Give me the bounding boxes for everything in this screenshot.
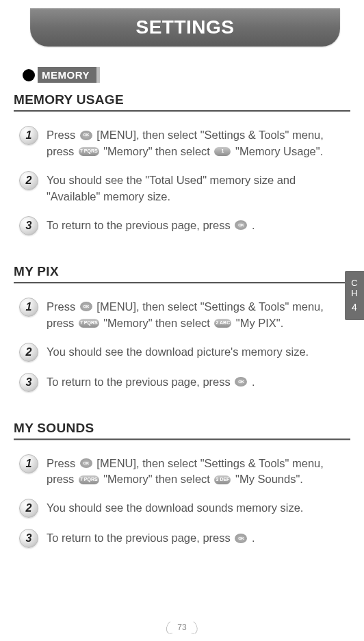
step-number-badge: 3 bbox=[19, 529, 38, 548]
step-text: Press OK [MENU], then select "Settings &… bbox=[47, 299, 348, 332]
step-number-badge: 1 bbox=[19, 298, 38, 317]
step: 2You should see the download picture's m… bbox=[16, 344, 348, 362]
section-block: MEMORY USAGE1Press OK [MENU], then selec… bbox=[14, 92, 350, 235]
step-number-badge: 2 bbox=[19, 499, 38, 518]
step-text: Press OK [MENU], then select "Settings &… bbox=[47, 127, 348, 160]
ok-icon: OK bbox=[80, 458, 92, 468]
ok-icon: OK bbox=[80, 131, 92, 140]
chapter-tab: CH 4 bbox=[345, 271, 364, 320]
underline bbox=[14, 439, 350, 441]
step-text: You should see the "Total Used" memory s… bbox=[47, 172, 348, 205]
step-number-badge: 1 bbox=[19, 454, 38, 473]
step-text: You should see the download sounds memor… bbox=[47, 500, 348, 518]
step-text: To return to the previous page, press OK… bbox=[47, 218, 348, 235]
section-label-row: MEMORY bbox=[23, 67, 364, 83]
step: 2You should see the download sounds memo… bbox=[16, 500, 348, 518]
step: 3To return to the previous page, press O… bbox=[16, 218, 348, 235]
subheading: MY PIX bbox=[14, 264, 350, 279]
step: 1Press OK [MENU], then select "Settings … bbox=[16, 299, 348, 332]
step: 1Press OK [MENU], then select "Settings … bbox=[16, 127, 348, 160]
step-text: To return to the previous page, press OK… bbox=[47, 530, 348, 548]
section-label: MEMORY bbox=[38, 67, 100, 83]
title-bar: SETTINGS bbox=[30, 8, 340, 47]
page-arc-right-icon bbox=[186, 619, 200, 636]
step: 1Press OK [MENU], then select "Settings … bbox=[16, 456, 348, 488]
section-block: MY PIX1Press OK [MENU], then select "Set… bbox=[14, 264, 350, 392]
step-text: You should see the download picture's me… bbox=[47, 344, 348, 362]
section-block: MY SOUNDS1Press OK [MENU], then select "… bbox=[14, 421, 350, 549]
key7-icon: 7 PQRS bbox=[79, 319, 99, 328]
chapter-letters: CH bbox=[351, 278, 357, 299]
step: 3To return to the previous page, press O… bbox=[16, 374, 348, 392]
bullet-icon bbox=[23, 69, 35, 81]
step-number-badge: 3 bbox=[19, 373, 38, 392]
page-arc-left-icon bbox=[164, 619, 178, 636]
chapter-number: 4 bbox=[352, 302, 357, 313]
key7-icon: 7 PQRS bbox=[79, 147, 99, 156]
step-number-badge: 3 bbox=[19, 216, 38, 235]
page-title: SETTINGS bbox=[135, 16, 234, 38]
step-text: Press OK [MENU], then select "Settings &… bbox=[47, 456, 348, 488]
subheading: MY SOUNDS bbox=[14, 421, 350, 436]
step-number-badge: 2 bbox=[19, 343, 38, 362]
subheading: MEMORY USAGE bbox=[14, 92, 350, 107]
step: 3To return to the previous page, press O… bbox=[16, 530, 348, 548]
key7-icon: 7 PQRS bbox=[79, 475, 99, 484]
step-text: To return to the previous page, press OK… bbox=[47, 374, 348, 392]
key2-icon: 2 ABC bbox=[214, 319, 231, 328]
key1-icon: 1 bbox=[214, 147, 231, 156]
ok-icon: OK bbox=[80, 302, 92, 311]
underline bbox=[14, 110, 350, 112]
key3-icon: 3 DEF bbox=[214, 475, 231, 484]
step: 2You should see the "Total Used" memory … bbox=[16, 172, 348, 205]
underline bbox=[14, 282, 350, 284]
page-number: 73 bbox=[177, 623, 186, 632]
ok-icon: OK bbox=[235, 534, 247, 543]
ok-icon: OK bbox=[235, 377, 247, 387]
page-number-ornament: 73 bbox=[166, 620, 197, 634]
ok-icon: OK bbox=[235, 220, 247, 230]
step-number-badge: 1 bbox=[19, 126, 38, 145]
step-number-badge: 2 bbox=[19, 171, 38, 190]
